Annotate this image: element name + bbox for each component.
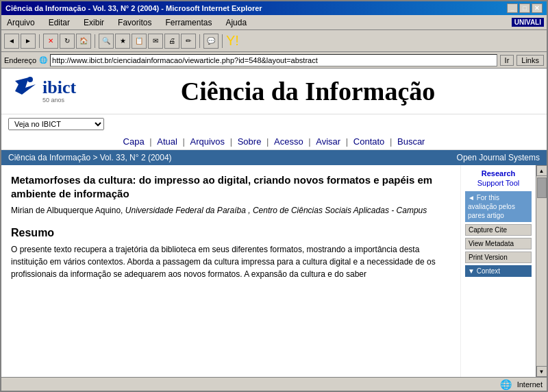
stop-button[interactable]: ✕ bbox=[43, 34, 58, 49]
maximize-button[interactable]: □ bbox=[519, 3, 530, 13]
site-header: ibict 50 anos Ciência da Informação bbox=[1, 69, 547, 114]
status-bar: 🌐 Internet bbox=[1, 377, 547, 391]
nav-sep-7: | bbox=[390, 136, 395, 147]
nav-sep-1: | bbox=[149, 136, 154, 147]
go-button[interactable]: Ir bbox=[500, 55, 514, 66]
toolbar-separator-1 bbox=[39, 34, 40, 48]
ibict-logo-text: ibict bbox=[42, 79, 76, 97]
ibict-years: 50 anos bbox=[42, 97, 76, 103]
scroll-down-arrow[interactable]: ▼ bbox=[536, 366, 547, 377]
nav-acesso[interactable]: Acesso bbox=[274, 136, 303, 147]
close-button[interactable]: ✕ bbox=[532, 3, 543, 13]
nav-sep-2: | bbox=[183, 136, 188, 147]
nav-contato[interactable]: Contato bbox=[353, 136, 385, 147]
links-button[interactable]: Links bbox=[516, 55, 544, 66]
support-label: Support Tool bbox=[465, 179, 532, 187]
back-button[interactable]: ◄ bbox=[4, 34, 19, 49]
scroll-thumb[interactable] bbox=[537, 177, 547, 198]
address-label: Endereço bbox=[4, 56, 36, 64]
nav-buscar[interactable]: Buscar bbox=[397, 136, 425, 147]
print-version-button[interactable]: Print Version bbox=[465, 252, 532, 263]
breadcrumb: Ciência da Informação > Vol. 33, N° 2 (2… bbox=[8, 153, 172, 162]
svg-point-1 bbox=[27, 77, 33, 82]
status-text: Internet bbox=[517, 380, 543, 389]
view-metadata-button[interactable]: View Metadata bbox=[465, 238, 532, 249]
nav-sep-4: | bbox=[266, 136, 271, 147]
refresh-button[interactable]: ↻ bbox=[60, 34, 75, 49]
nav-capa[interactable]: Capa bbox=[123, 136, 145, 147]
univali-badge: UNIVALI bbox=[512, 18, 544, 27]
menu-arquivo[interactable]: Arquivo bbox=[4, 17, 38, 28]
toolbar-separator-3 bbox=[199, 34, 200, 48]
internet-icon: 🌐 bbox=[500, 379, 512, 390]
article-title: Metamorfoses da cultura: do impresso ao … bbox=[11, 173, 451, 200]
address-input[interactable] bbox=[50, 54, 497, 66]
article-area: Metamorfoses da cultura: do impresso ao … bbox=[1, 165, 547, 377]
menu-favoritos[interactable]: Favoritos bbox=[115, 17, 154, 28]
capture-cite-button[interactable]: Capture Cite bbox=[465, 224, 532, 236]
article-main: Metamorfoses da cultura: do impresso ao … bbox=[1, 165, 460, 377]
logo-area: ibict 50 anos bbox=[8, 74, 76, 108]
vertical-scrollbar: ▲ ▼ bbox=[536, 165, 547, 377]
nav-sep-3: | bbox=[230, 136, 235, 147]
page-icon: 🌐 bbox=[39, 56, 47, 64]
scroll-up-arrow[interactable]: ▲ bbox=[536, 165, 547, 176]
window-controls: _ □ ✕ bbox=[507, 3, 543, 13]
ibict-bird-icon bbox=[8, 74, 42, 108]
toolbar: ◄ ► ✕ ↻ 🏠 🔍 ★ 📋 ✉ 🖨 ✏ 💬 Y! bbox=[1, 30, 547, 52]
menu-exibir[interactable]: Exibir bbox=[81, 17, 107, 28]
favorites-button[interactable]: ★ bbox=[115, 34, 130, 49]
ibict-dropdown[interactable]: Veja no IBICT bbox=[8, 118, 104, 130]
resumo-heading: Resumo bbox=[11, 227, 451, 239]
menu-bar: Arquivo Editar Exibir Favoritos Ferramen… bbox=[1, 15, 547, 30]
article-author: Mirian de Albuquerque Aquino, Universida… bbox=[11, 206, 451, 215]
forward-button[interactable]: ► bbox=[21, 34, 36, 49]
nav-sobre[interactable]: Sobre bbox=[238, 136, 262, 147]
mail-button[interactable]: ✉ bbox=[148, 34, 163, 49]
ojs-label: Open Journal Systems bbox=[457, 153, 540, 162]
print-button[interactable]: 🖨 bbox=[164, 34, 179, 49]
browser-window: Ciência da Informação - Vol. 33, N° 2 (2… bbox=[0, 0, 548, 392]
article-sidebar: Research Support Tool ◄ For this avaliaç… bbox=[460, 165, 536, 377]
menu-ferramentas[interactable]: Ferramentas bbox=[162, 17, 214, 28]
history-button[interactable]: 📋 bbox=[132, 34, 147, 49]
nav-atual[interactable]: Atual bbox=[157, 136, 177, 147]
discuss-button[interactable]: 💬 bbox=[203, 34, 219, 49]
window-title: Ciência da Informação - Vol. 33, N° 2 (2… bbox=[5, 4, 262, 12]
breadcrumb-bar: Ciência da Informação > Vol. 33, N° 2 (2… bbox=[1, 150, 547, 165]
edit-button[interactable]: ✏ bbox=[181, 34, 196, 49]
title-bar: Ciência da Informação - Vol. 33, N° 2 (2… bbox=[1, 1, 547, 15]
context-button[interactable]: ▼ Context bbox=[465, 265, 532, 277]
nav-bar: Capa | Atual | Arquivos | Sobre | Acesso… bbox=[1, 134, 547, 150]
yahoo-logo: Y! bbox=[226, 33, 239, 49]
nav-sep-6: | bbox=[346, 136, 351, 147]
nav-avisar[interactable]: Avisar bbox=[316, 136, 340, 147]
search-button[interactable]: 🔍 bbox=[99, 34, 114, 49]
resumo-text: O presente texto recupera a trajetória d… bbox=[11, 243, 451, 280]
toolbar-separator-2 bbox=[95, 34, 95, 48]
site-title: Ciência da Informação bbox=[76, 76, 540, 106]
for-this-button[interactable]: ◄ For this avaliação pelos pares artigo bbox=[465, 191, 532, 222]
content-area: ibict 50 anos Ciência da Informação Veja… bbox=[1, 69, 547, 377]
ibict-logo: ibict 50 anos bbox=[8, 74, 76, 108]
minimize-button[interactable]: _ bbox=[507, 3, 518, 13]
address-bar: Endereço 🌐 Ir Links bbox=[1, 52, 547, 69]
research-label: Research bbox=[465, 169, 532, 177]
home-button[interactable]: 🏠 bbox=[76, 34, 91, 49]
menu-ajuda[interactable]: Ajuda bbox=[223, 17, 249, 28]
ibict-dropdown-area: Veja no IBICT bbox=[1, 114, 547, 134]
nav-arquivos[interactable]: Arquivos bbox=[190, 136, 225, 147]
menu-editar[interactable]: Editar bbox=[46, 17, 73, 28]
nav-sep-5: | bbox=[308, 136, 313, 147]
toolbar-separator-4 bbox=[222, 34, 223, 48]
article-affiliation: Universidade Federal da Paraíba , Centro… bbox=[125, 206, 427, 215]
